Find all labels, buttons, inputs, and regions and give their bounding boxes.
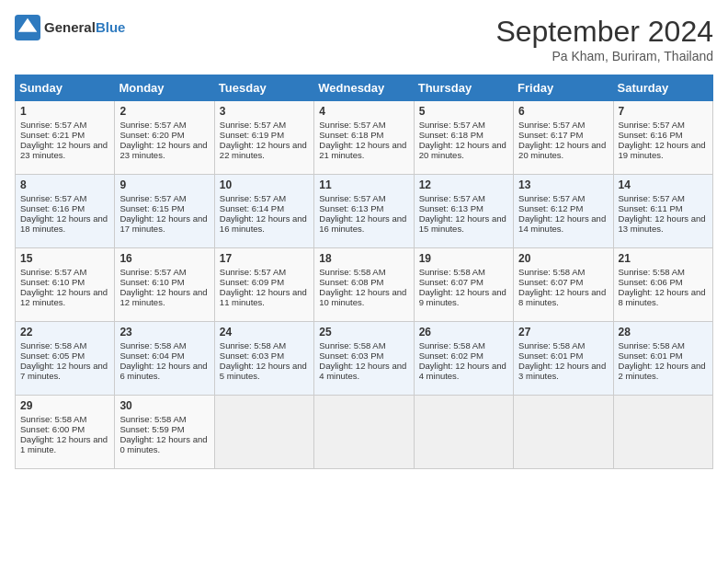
sunset-text: Sunset: 6:03 PM bbox=[220, 350, 284, 361]
col-friday: Friday bbox=[514, 75, 613, 101]
day-number: 4 bbox=[319, 105, 408, 118]
sunset-text: Sunset: 6:16 PM bbox=[20, 203, 85, 213]
sunrise-text: Sunrise: 5:57 AM bbox=[319, 193, 385, 203]
sunset-text: Sunset: 6:01 PM bbox=[619, 350, 683, 361]
daylight-text: Daylight: 12 hours and 18 minutes. bbox=[20, 213, 108, 234]
location: Pa Kham, Buriram, Thailand bbox=[495, 49, 713, 63]
sunrise-text: Sunrise: 5:57 AM bbox=[419, 193, 485, 203]
sunrise-text: Sunrise: 5:57 AM bbox=[220, 267, 286, 277]
daylight-text: Daylight: 12 hours and 4 minutes. bbox=[319, 361, 406, 381]
sunrise-text: Sunrise: 5:57 AM bbox=[518, 120, 585, 130]
daylight-text: Daylight: 12 hours and 8 minutes. bbox=[518, 287, 606, 307]
day-number: 21 bbox=[619, 252, 708, 265]
calendar-cell: 5 Sunrise: 5:57 AM Sunset: 6:18 PM Dayli… bbox=[414, 101, 513, 175]
calendar-cell: 24 Sunrise: 5:58 AM Sunset: 6:03 PM Dayl… bbox=[214, 322, 313, 396]
sunrise-text: Sunrise: 5:57 AM bbox=[20, 193, 86, 203]
col-sunday: Sunday bbox=[16, 75, 115, 101]
day-number: 26 bbox=[419, 326, 508, 339]
title-block: September 2024 Pa Kham, Buriram, Thailan… bbox=[495, 15, 713, 63]
daylight-text: Daylight: 12 hours and 3 minutes. bbox=[518, 361, 606, 381]
sunset-text: Sunset: 6:13 PM bbox=[419, 203, 483, 213]
daylight-text: Daylight: 12 hours and 5 minutes. bbox=[220, 361, 307, 381]
sunset-text: Sunset: 6:16 PM bbox=[619, 130, 683, 140]
calendar-cell: 3 Sunrise: 5:57 AM Sunset: 6:19 PM Dayli… bbox=[214, 101, 313, 175]
calendar-cell: 1 Sunrise: 5:57 AM Sunset: 6:21 PM Dayli… bbox=[16, 101, 115, 175]
col-monday: Monday bbox=[115, 75, 214, 101]
day-number: 19 bbox=[419, 252, 508, 265]
daylight-text: Daylight: 12 hours and 12 minutes. bbox=[119, 287, 207, 307]
sunset-text: Sunset: 6:10 PM bbox=[119, 277, 184, 287]
calendar-cell: 4 Sunrise: 5:57 AM Sunset: 6:18 PM Dayli… bbox=[314, 101, 414, 175]
daylight-text: Daylight: 12 hours and 16 minutes. bbox=[319, 213, 406, 234]
day-number: 9 bbox=[119, 178, 209, 191]
calendar-cell bbox=[314, 396, 414, 469]
sunrise-text: Sunrise: 5:57 AM bbox=[319, 120, 385, 130]
daylight-text: Daylight: 12 hours and 0 minutes. bbox=[119, 434, 207, 454]
sunrise-text: Sunrise: 5:58 AM bbox=[119, 340, 186, 350]
day-number: 11 bbox=[319, 178, 408, 191]
sunset-text: Sunset: 5:59 PM bbox=[119, 424, 184, 434]
sunrise-text: Sunrise: 5:57 AM bbox=[220, 193, 286, 203]
sunset-text: Sunset: 6:12 PM bbox=[518, 203, 583, 213]
sunrise-text: Sunrise: 5:57 AM bbox=[619, 120, 685, 130]
sunrise-text: Sunrise: 5:57 AM bbox=[119, 267, 186, 277]
sunset-text: Sunset: 6:04 PM bbox=[119, 350, 184, 361]
sunset-text: Sunset: 6:02 PM bbox=[419, 350, 483, 361]
calendar-week-row: 1 Sunrise: 5:57 AM Sunset: 6:21 PM Dayli… bbox=[16, 101, 713, 175]
calendar-week-row: 22 Sunrise: 5:58 AM Sunset: 6:05 PM Dayl… bbox=[16, 322, 713, 396]
sunset-text: Sunset: 6:00 PM bbox=[20, 424, 85, 434]
day-number: 1 bbox=[20, 105, 109, 118]
calendar-cell: 27 Sunrise: 5:58 AM Sunset: 6:01 PM Dayl… bbox=[514, 322, 613, 396]
sunset-text: Sunset: 6:01 PM bbox=[518, 350, 583, 361]
day-number: 15 bbox=[20, 252, 109, 265]
calendar-header-row: Sunday Monday Tuesday Wednesday Thursday… bbox=[16, 75, 713, 101]
day-number: 16 bbox=[119, 252, 209, 265]
daylight-text: Daylight: 12 hours and 14 minutes. bbox=[518, 213, 606, 234]
day-number: 2 bbox=[119, 105, 209, 118]
calendar-cell bbox=[613, 396, 712, 469]
sunrise-text: Sunrise: 5:57 AM bbox=[518, 193, 585, 203]
sunset-text: Sunset: 6:14 PM bbox=[220, 203, 284, 213]
daylight-text: Daylight: 12 hours and 11 minutes. bbox=[220, 287, 307, 307]
sunset-text: Sunset: 6:13 PM bbox=[319, 203, 383, 213]
sunrise-text: Sunrise: 5:58 AM bbox=[319, 267, 385, 277]
sunrise-text: Sunrise: 5:57 AM bbox=[119, 120, 186, 130]
day-number: 18 bbox=[319, 252, 408, 265]
sunset-text: Sunset: 6:08 PM bbox=[319, 277, 383, 287]
day-number: 12 bbox=[419, 178, 508, 191]
daylight-text: Daylight: 12 hours and 10 minutes. bbox=[319, 287, 406, 307]
daylight-text: Daylight: 12 hours and 23 minutes. bbox=[20, 140, 108, 160]
sunrise-text: Sunrise: 5:58 AM bbox=[419, 340, 485, 350]
sunrise-text: Sunrise: 5:58 AM bbox=[20, 414, 86, 424]
sunrise-text: Sunrise: 5:58 AM bbox=[220, 340, 286, 350]
daylight-text: Daylight: 12 hours and 7 minutes. bbox=[20, 361, 108, 381]
month-title: September 2024 bbox=[495, 15, 713, 49]
sunrise-text: Sunrise: 5:58 AM bbox=[20, 340, 86, 350]
sunrise-text: Sunrise: 5:58 AM bbox=[619, 340, 685, 350]
page-header: GeneralBlue September 2024 Pa Kham, Buri… bbox=[15, 15, 713, 63]
calendar-week-row: 29 Sunrise: 5:58 AM Sunset: 6:00 PM Dayl… bbox=[16, 396, 713, 469]
calendar-cell: 29 Sunrise: 5:58 AM Sunset: 6:00 PM Dayl… bbox=[16, 396, 115, 469]
sunset-text: Sunset: 6:06 PM bbox=[619, 277, 683, 287]
calendar-cell: 13 Sunrise: 5:57 AM Sunset: 6:12 PM Dayl… bbox=[514, 175, 613, 248]
calendar-cell bbox=[514, 396, 613, 469]
daylight-text: Daylight: 12 hours and 16 minutes. bbox=[220, 213, 307, 234]
day-number: 5 bbox=[419, 105, 508, 118]
sunrise-text: Sunrise: 5:58 AM bbox=[119, 414, 186, 424]
daylight-text: Daylight: 12 hours and 2 minutes. bbox=[619, 361, 706, 381]
daylight-text: Daylight: 12 hours and 15 minutes. bbox=[419, 213, 506, 234]
calendar-cell bbox=[214, 396, 313, 469]
daylight-text: Daylight: 12 hours and 20 minutes. bbox=[419, 140, 506, 160]
calendar-cell: 26 Sunrise: 5:58 AM Sunset: 6:02 PM Dayl… bbox=[414, 322, 513, 396]
day-number: 14 bbox=[619, 178, 708, 191]
sunrise-text: Sunrise: 5:57 AM bbox=[619, 193, 685, 203]
calendar-cell: 8 Sunrise: 5:57 AM Sunset: 6:16 PM Dayli… bbox=[16, 175, 115, 248]
day-number: 23 bbox=[119, 326, 209, 339]
sunset-text: Sunset: 6:07 PM bbox=[518, 277, 583, 287]
calendar-cell bbox=[414, 396, 513, 469]
day-number: 24 bbox=[220, 326, 309, 339]
calendar-cell: 16 Sunrise: 5:57 AM Sunset: 6:10 PM Dayl… bbox=[115, 248, 214, 322]
logo: GeneralBlue bbox=[15, 15, 125, 40]
sunrise-text: Sunrise: 5:58 AM bbox=[518, 340, 585, 350]
sunset-text: Sunset: 6:10 PM bbox=[20, 277, 85, 287]
